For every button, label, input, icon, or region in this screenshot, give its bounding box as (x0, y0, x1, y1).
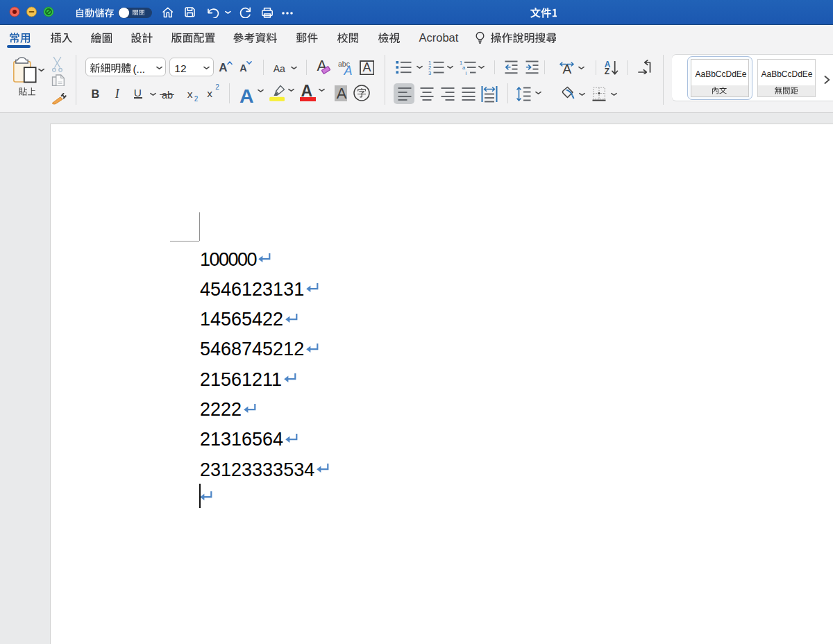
svg-text:3: 3 (428, 69, 431, 75)
svg-text:i: i (465, 69, 466, 75)
